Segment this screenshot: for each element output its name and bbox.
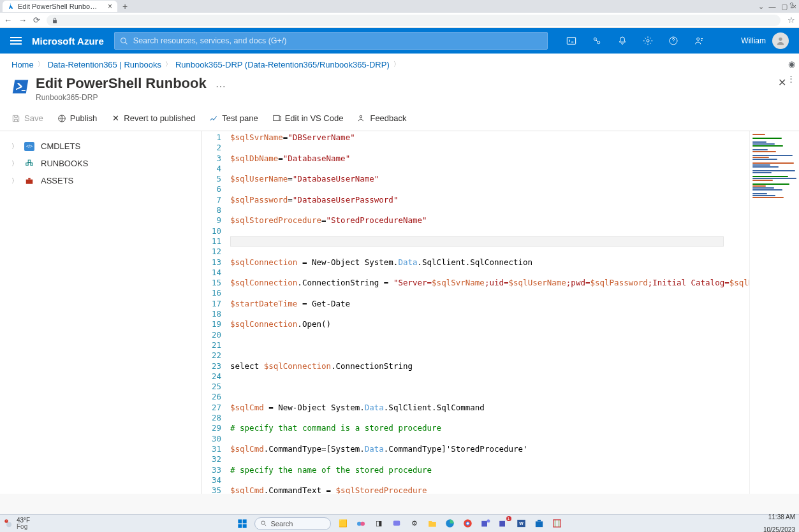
svg-text:W: W	[519, 521, 524, 526]
avatar	[772, 32, 789, 49]
cloud-shell-icon[interactable]	[566, 35, 577, 47]
browser-tab[interactable]: Edit PowerShell Runbook - Mic ×	[3, 1, 117, 12]
sidebar-item-runbooks[interactable]: 〉 RUNBOOKS	[9, 155, 193, 172]
line-gutter: 1234567891011121314151617181920212223242…	[202, 131, 226, 494]
azure-favicon-icon	[8, 3, 14, 10]
taskbar-edge-icon[interactable]	[444, 518, 456, 529]
weather-desc: Fog	[17, 524, 30, 530]
breadcrumb-home[interactable]: Home	[11, 60, 34, 69]
taskbar-app-icon[interactable]: 🟨	[337, 518, 349, 529]
taskbar-snip-icon[interactable]	[552, 518, 563, 529]
weather-widget[interactable]: ! 43°F Fog	[4, 517, 30, 530]
runbooks-icon	[24, 159, 34, 168]
svg-rect-20	[238, 519, 242, 523]
address-bar[interactable]	[47, 15, 781, 26]
cmdlets-icon: </>	[24, 142, 34, 151]
edit-vscode-button[interactable]: Edit in VS Code	[272, 113, 344, 123]
browser-toolbar: ← → ⟳ G ⟲ ⊕ ⇪ ☆ ✦ ▣ ◉ ⋮	[0, 13, 799, 28]
taskbar-taskview-icon[interactable]: ◨	[373, 518, 385, 529]
svg-point-32	[467, 522, 469, 525]
taskbar-chat-icon[interactable]	[391, 518, 402, 529]
svg-rect-40	[553, 520, 561, 527]
breadcrumb-level2[interactable]: Runbook365-DRP (Data-Retention365/Runboo…	[175, 60, 390, 69]
window-minimize-icon[interactable]: —	[769, 3, 776, 11]
taskbar-copilot-icon[interactable]	[355, 518, 367, 529]
weather-temp: 43°F	[17, 517, 30, 524]
copilot-icon[interactable]	[591, 35, 603, 47]
test-pane-button[interactable]: Test pane	[209, 113, 258, 123]
taskbar-word-icon[interactable]: W	[516, 518, 527, 529]
svg-point-24	[261, 521, 265, 525]
svg-rect-22	[238, 524, 242, 528]
tab-title: Edit PowerShell Runbook - Mic	[18, 3, 100, 10]
nav-back-icon[interactable]: ←	[4, 15, 12, 25]
sidebar-item-cmdlets[interactable]: 〉 </> CMDLETS	[9, 138, 193, 155]
azure-brand[interactable]: Microsoft Azure	[32, 36, 104, 47]
svg-rect-15	[26, 179, 33, 183]
help-icon[interactable]	[668, 35, 679, 47]
search-icon	[260, 520, 267, 527]
azure-header: Microsoft Azure William	[0, 28, 799, 54]
svg-rect-39	[538, 520, 541, 522]
code-editor[interactable]: 1234567891011121314151617181920212223242…	[202, 131, 749, 494]
bookmark-star-icon[interactable]: ☆	[788, 16, 795, 24]
sidebar-item-label: CMDLETS	[41, 141, 80, 151]
windows-taskbar: ! 43°F Fog Search 🟨 ◨ ⚙ 1 W 11:38 AM 10/…	[0, 514, 799, 532]
svg-point-27	[360, 521, 365, 526]
svg-rect-16	[28, 178, 31, 179]
svg-point-11	[360, 115, 363, 118]
weather-icon: !	[4, 519, 14, 529]
taskbar-search[interactable]: Search	[254, 517, 331, 530]
search-input[interactable]	[133, 36, 542, 45]
test-icon	[209, 114, 218, 123]
global-search[interactable]	[114, 32, 548, 50]
feedback-person-icon[interactable]	[693, 35, 705, 47]
svg-point-0	[121, 38, 126, 43]
nav-forward-icon[interactable]: →	[18, 15, 27, 25]
taskbar-teams-icon[interactable]	[480, 518, 492, 529]
start-button[interactable]	[237, 518, 248, 529]
chevron-right-icon: 〉	[11, 176, 18, 185]
revert-button[interactable]: ✕ Revert to published	[111, 113, 195, 123]
close-blade-icon[interactable]: ✕	[778, 76, 786, 89]
notifications-icon[interactable]	[617, 35, 628, 47]
chevron-down-icon[interactable]: ⌄	[758, 3, 764, 11]
new-tab-button[interactable]: +	[122, 1, 128, 11]
taskbar-chrome-icon[interactable]	[462, 518, 474, 529]
taskbar-store-icon[interactable]	[534, 518, 545, 529]
share-icon[interactable]: ⇪	[788, 1, 795, 10]
browser-tab-strip: Edit PowerShell Runbook - Mic × + ⌄ — ▢ …	[0, 0, 799, 13]
nav-reload-icon[interactable]: ⟳	[33, 15, 40, 25]
minimap[interactable]	[749, 131, 799, 494]
sidebar-item-label: RUNBOOKS	[41, 159, 88, 168]
user-menu[interactable]: William	[741, 32, 789, 49]
svg-rect-12	[26, 162, 29, 165]
lock-icon	[52, 17, 58, 24]
chevron-right-icon: 〉	[11, 142, 18, 151]
system-tray[interactable]: 11:38 AM 10/25/2023	[763, 514, 795, 533]
svg-rect-38	[536, 521, 543, 527]
command-bar: Save Publish ✕ Revert to published Test …	[0, 106, 799, 131]
taskbar-settings-icon[interactable]: ⚙	[409, 518, 420, 529]
svg-point-34	[487, 519, 490, 522]
taskbar-explorer-icon[interactable]	[427, 518, 438, 529]
breadcrumb-level1[interactable]: Data-Retention365 | Runbooks	[48, 60, 161, 69]
svg-line-1	[125, 42, 127, 44]
settings-gear-icon[interactable]	[642, 35, 654, 47]
tab-close-icon[interactable]: ×	[108, 2, 112, 11]
sidebar-item-assets[interactable]: 〉 ASSETS	[9, 172, 193, 189]
page-subtitle: Runbook365-DRP	[36, 93, 207, 102]
taskbar-teams2-icon[interactable]: 1	[498, 518, 509, 529]
feedback-icon	[357, 114, 366, 123]
svg-line-25	[264, 524, 265, 526]
more-actions-icon[interactable]: ⋯	[216, 80, 226, 92]
feedback-button[interactable]: Feedback	[357, 113, 406, 123]
bottom-gap	[0, 494, 799, 514]
chevron-right-icon: 〉	[393, 60, 400, 69]
user-name: William	[741, 36, 766, 45]
tray-time: 11:38 AM	[768, 514, 795, 521]
publish-button[interactable]: Publish	[57, 113, 98, 123]
assets-icon	[24, 176, 34, 185]
code-content[interactable]: $sqlSvrName="DBServerName"$sqlDbName="Da…	[226, 131, 749, 494]
hamburger-menu[interactable]	[10, 37, 22, 45]
